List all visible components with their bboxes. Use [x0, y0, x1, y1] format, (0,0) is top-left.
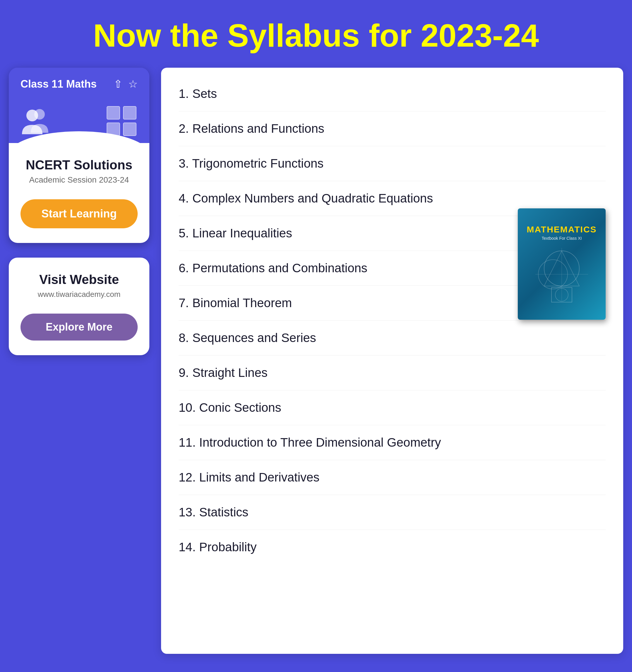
- book-cover: MATHEMATICS Textbook For Class XI: [518, 208, 606, 320]
- chapter-item-12[interactable]: 12. Limits and Derivatives: [179, 460, 606, 495]
- svg-rect-3: [123, 106, 136, 119]
- star-icon[interactable]: ☆: [128, 78, 137, 90]
- user-group-icon: [21, 108, 53, 134]
- start-learning-button[interactable]: Start Learning: [21, 199, 137, 228]
- chapter-list: 1. Sets2. Relations and Functions3. Trig…: [179, 76, 606, 565]
- chapter-item-13[interactable]: 13. Statistics: [179, 495, 606, 530]
- app-card-header: Class 11 Maths ⇧ ☆: [9, 68, 149, 96]
- chapter-item-9[interactable]: 9. Straight Lines: [179, 356, 606, 390]
- chapter-item-1[interactable]: 1. Sets: [179, 76, 606, 111]
- app-card-title: Class 11 Maths: [21, 78, 97, 90]
- app-card: Class 11 Maths ⇧ ☆: [9, 68, 149, 243]
- chapter-item-10[interactable]: 10. Conic Sections: [179, 390, 606, 425]
- book-decoration-svg: [532, 245, 591, 304]
- website-title: Visit Website: [21, 272, 137, 287]
- ncert-subtitle: Academic Session 2023-24: [21, 175, 137, 185]
- explore-more-button[interactable]: Explore More: [21, 314, 137, 340]
- left-panel: Class 11 Maths ⇧ ☆: [9, 68, 149, 355]
- grid-icon: [105, 105, 137, 137]
- share-icon[interactable]: ⇧: [113, 78, 122, 90]
- chapter-item-3[interactable]: 3. Trigonometric Functions: [179, 146, 606, 181]
- grid-icon-container: [105, 105, 137, 137]
- svg-point-1: [26, 110, 38, 121]
- chapter-item-8[interactable]: 8. Sequences and Series: [179, 320, 606, 356]
- page-title: Now the Syllabus for 2023-24: [0, 0, 632, 68]
- main-content: Class 11 Maths ⇧ ☆: [0, 68, 632, 671]
- header-icons: ⇧ ☆: [113, 78, 137, 90]
- chapter-item-11[interactable]: 11. Introduction to Three Dimensional Ge…: [179, 425, 606, 460]
- website-url: www.tiwariacademy.com: [21, 290, 137, 299]
- right-panel: MATHEMATICS Textbook For Class XI 1.: [161, 68, 623, 654]
- website-card: Visit Website www.tiwariacademy.com Expl…: [9, 258, 149, 355]
- book-cover-title: MATHEMATICS: [527, 224, 597, 235]
- book-cover-subtitle: Textbook For Class XI: [542, 236, 582, 241]
- svg-rect-2: [107, 106, 120, 119]
- chapter-item-2[interactable]: 2. Relations and Functions: [179, 111, 606, 146]
- svg-rect-5: [123, 123, 136, 136]
- ncert-title: NCERT Solutions: [21, 158, 137, 172]
- ncert-card: NCERT Solutions Academic Session 2023-24…: [9, 143, 149, 243]
- chapter-item-14[interactable]: 14. Probability: [179, 530, 606, 565]
- user-icon-container: [21, 108, 53, 134]
